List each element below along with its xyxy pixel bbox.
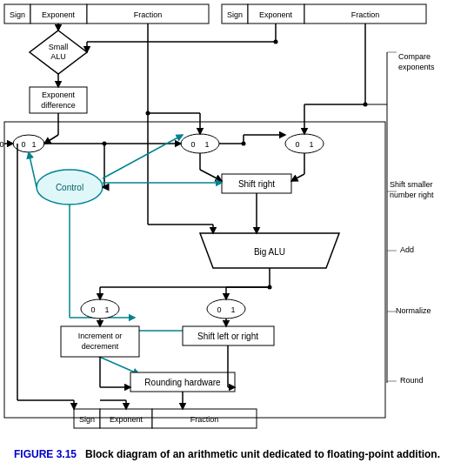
svg-text:Exponent: Exponent [42, 10, 76, 19]
svg-text:1: 1 [230, 305, 235, 314]
svg-text:Fraction: Fraction [351, 10, 380, 19]
svg-point-36 [285, 134, 324, 153]
svg-point-33 [181, 134, 219, 153]
svg-line-28 [44, 135, 58, 144]
svg-line-123 [29, 152, 37, 187]
svg-text:Fraction: Fraction [134, 10, 163, 19]
svg-text:Sign: Sign [227, 10, 243, 19]
svg-text:0: 0 [190, 140, 195, 149]
svg-text:0: 0 [217, 305, 221, 314]
svg-text:decrement: decrement [82, 342, 119, 351]
svg-text:Control: Control [56, 183, 83, 192]
svg-text:Fraction: Fraction [190, 415, 219, 424]
svg-text:number right: number right [390, 191, 434, 199]
svg-text:Rounding hardware: Rounding hardware [144, 378, 221, 387]
svg-text:ALU: ALU [50, 52, 66, 61]
caption-text: Block diagram of an arithmetic unit dedi… [79, 448, 440, 460]
svg-text:Sign: Sign [10, 10, 25, 19]
svg-line-60 [291, 174, 304, 181]
svg-text:Shift smaller: Shift smaller [390, 180, 433, 189]
svg-text:Big ALU: Big ALU [254, 247, 285, 257]
svg-text:Add: Add [400, 245, 414, 254]
figure-label: FIGURE 3.15 [14, 448, 77, 460]
svg-text:exponents: exponents [398, 63, 435, 71]
svg-text:Exponent: Exponent [42, 91, 76, 99]
svg-text:1: 1 [309, 140, 313, 149]
svg-text:Exponent: Exponent [110, 415, 144, 424]
svg-text:Sign: Sign [79, 415, 95, 424]
svg-text:Normalize: Normalize [396, 306, 431, 315]
svg-text:Compare: Compare [398, 52, 431, 61]
svg-text:Shift right: Shift right [238, 179, 275, 189]
svg-line-124 [103, 135, 183, 178]
svg-point-22 [274, 40, 278, 44]
svg-text:1: 1 [204, 140, 209, 149]
caption-area: FIGURE 3.15 Block diagram of an arithmet… [0, 444, 454, 466]
svg-text:1: 1 [104, 305, 109, 314]
svg-text:difference: difference [41, 101, 75, 110]
svg-text:0: 0 [90, 305, 95, 314]
svg-text:Exponent: Exponent [259, 10, 293, 19]
svg-text:Round: Round [400, 376, 424, 385]
svg-text:1: 1 [31, 140, 36, 149]
svg-point-72 [81, 299, 119, 318]
svg-text:0: 0 [295, 140, 299, 149]
svg-line-58 [200, 170, 222, 181]
svg-text:0: 0 [21, 140, 25, 149]
svg-text:Small: Small [49, 43, 69, 51]
svg-point-54 [242, 142, 246, 146]
svg-text:0: 0 [0, 140, 4, 149]
svg-text:Increment or: Increment or [78, 332, 123, 340]
diagram-container: Sign Exponent Fraction Sign Exponent Fra… [0, 0, 454, 444]
svg-text:Shift left or right: Shift left or right [197, 332, 258, 341]
svg-point-75 [207, 299, 245, 318]
